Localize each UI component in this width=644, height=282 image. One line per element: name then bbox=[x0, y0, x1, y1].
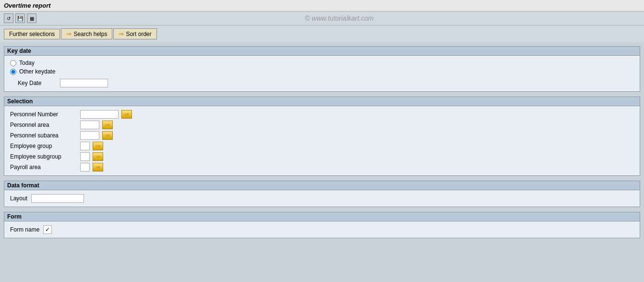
personnel-area-label: Personnel area bbox=[10, 122, 77, 128]
selection-header: Selection bbox=[4, 97, 640, 106]
employee-group-nav-btn[interactable]: ⇒ bbox=[93, 142, 103, 150]
personnel-number-label: Personnel Number bbox=[10, 111, 77, 118]
personnel-subarea-row: Personnel subarea ⇒ bbox=[10, 131, 634, 140]
today-radio-row: Today bbox=[10, 60, 634, 66]
personnel-number-nav-btn[interactable]: ⇒ bbox=[121, 110, 132, 119]
personnel-subarea-input[interactable] bbox=[80, 131, 99, 140]
back-icon[interactable]: ↺ bbox=[4, 13, 13, 23]
selection-body: Personnel Number ⇒ Personnel area ⇒ Pers… bbox=[4, 106, 640, 175]
personnel-area-arrow-icon: ⇒ bbox=[105, 122, 110, 128]
data-format-header: Data format bbox=[4, 181, 640, 190]
form-name-checkbox[interactable]: ✓ bbox=[43, 225, 52, 234]
main-content: Key date Today Other keydate Key Date Se… bbox=[0, 42, 644, 247]
key-date-section: Key date Today Other keydate Key Date bbox=[4, 46, 640, 92]
key-date-input-row: Key Date bbox=[18, 79, 634, 87]
sort-order-label: Sort order bbox=[126, 31, 151, 37]
layout-label: Layout bbox=[10, 195, 27, 202]
employee-group-input[interactable] bbox=[80, 142, 90, 150]
key-date-radio-group: Today Other keydate bbox=[10, 60, 634, 75]
form-header: Form bbox=[4, 212, 640, 221]
employee-group-arrow-icon: ⇒ bbox=[95, 143, 100, 149]
personnel-area-nav-btn[interactable]: ⇒ bbox=[102, 121, 113, 129]
further-selections-label: Further selections bbox=[9, 31, 55, 37]
form-body: Form name ✓ bbox=[4, 221, 640, 238]
payroll-area-arrow-icon: ⇒ bbox=[95, 164, 100, 170]
key-date-header: Key date bbox=[4, 47, 640, 56]
today-radio[interactable] bbox=[10, 60, 16, 66]
data-format-body: Layout bbox=[4, 190, 640, 207]
employee-subgroup-input[interactable] bbox=[80, 152, 90, 161]
watermark: © www.tutorialkart.com bbox=[38, 14, 640, 22]
employee-subgroup-label: Employee subgroup bbox=[10, 153, 77, 160]
other-keydate-label: Other keydate bbox=[19, 68, 55, 75]
payroll-area-row: Payroll area ⇒ bbox=[10, 163, 634, 172]
layout-input[interactable] bbox=[31, 194, 84, 203]
page-title: Overtime report bbox=[4, 2, 640, 9]
today-label: Today bbox=[19, 60, 35, 66]
personnel-subarea-nav-btn[interactable]: ⇒ bbox=[102, 131, 113, 140]
save-icon[interactable]: 💾 bbox=[15, 13, 25, 23]
title-bar: Overtime report bbox=[0, 0, 644, 12]
tab-sort-order[interactable]: ⇒ Sort order bbox=[113, 28, 156, 39]
personnel-area-row: Personnel area ⇒ bbox=[10, 121, 634, 129]
form-name-label: Form name bbox=[10, 226, 39, 233]
form-section: Form Form name ✓ bbox=[4, 212, 640, 238]
tab-further-selections[interactable]: Further selections bbox=[4, 29, 60, 39]
employee-group-row: Employee group ⇒ bbox=[10, 142, 634, 150]
employee-group-label: Employee group bbox=[10, 143, 77, 149]
layout-row: Layout bbox=[10, 194, 634, 203]
selection-grid: Personnel Number ⇒ Personnel area ⇒ Pers… bbox=[10, 110, 634, 172]
employee-subgroup-nav-btn[interactable]: ⇒ bbox=[93, 152, 103, 161]
payroll-area-nav-btn[interactable]: ⇒ bbox=[93, 163, 103, 172]
toolbar: ↺ 💾 ▦ © www.tutorialkart.com bbox=[0, 12, 644, 25]
personnel-subarea-label: Personnel subarea bbox=[10, 132, 77, 139]
form-name-row: Form name ✓ bbox=[10, 225, 634, 234]
personnel-area-input[interactable] bbox=[80, 121, 99, 129]
employee-subgroup-row: Employee subgroup ⇒ bbox=[10, 152, 634, 161]
search-helps-arrow-icon: ⇒ bbox=[66, 30, 72, 37]
personnel-subarea-arrow-icon: ⇒ bbox=[105, 133, 110, 138]
employee-subgroup-arrow-icon: ⇒ bbox=[95, 154, 100, 159]
other-keydate-radio-row: Other keydate bbox=[10, 68, 634, 75]
payroll-area-label: Payroll area bbox=[10, 164, 77, 171]
other-keydate-radio[interactable] bbox=[10, 69, 16, 75]
key-date-input[interactable] bbox=[60, 79, 108, 87]
find-icon[interactable]: ▦ bbox=[27, 13, 36, 23]
data-format-section: Data format Layout bbox=[4, 181, 640, 207]
search-helps-label: Search helps bbox=[73, 31, 107, 37]
payroll-area-input[interactable] bbox=[80, 163, 90, 172]
selection-section: Selection Personnel Number ⇒ Personnel a… bbox=[4, 97, 640, 176]
sort-order-arrow-icon: ⇒ bbox=[119, 30, 124, 37]
personnel-number-arrow-icon: ⇒ bbox=[124, 111, 129, 117]
personnel-number-row: Personnel Number ⇒ bbox=[10, 110, 634, 119]
tabs-bar: Further selections ⇒ Search helps ⇒ Sort… bbox=[0, 25, 644, 42]
key-date-label: Key Date bbox=[18, 80, 56, 86]
key-date-body: Today Other keydate Key Date bbox=[4, 56, 640, 91]
tab-search-helps[interactable]: ⇒ Search helps bbox=[61, 28, 112, 39]
personnel-number-input[interactable] bbox=[80, 110, 119, 119]
